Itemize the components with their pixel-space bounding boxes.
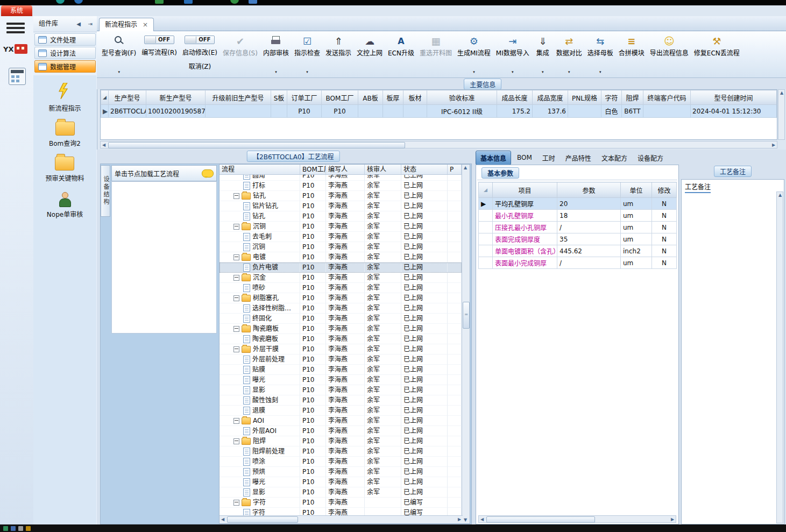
process-row[interactable]: 圆角P10李海燕余军已上网	[219, 175, 462, 181]
node-list-panel[interactable]	[111, 181, 217, 334]
process-row[interactable]: 树脂塞孔P10李海燕余军已上网	[219, 293, 462, 303]
process-row[interactable]: 显影P10李海燕余军已上网	[219, 385, 462, 395]
main-grid-hscroll[interactable]: ◀ ▶	[100, 141, 777, 148]
column-header[interactable]: 型号创建时间	[691, 90, 777, 105]
toolbar-button[interactable]: ⚙生成MI流程▾	[455, 33, 493, 75]
sidebar-tool[interactable]: 新流程指示	[48, 83, 81, 112]
process-row[interactable]: 终固化P10李海燕余军已上网	[219, 314, 462, 324]
collapse-icon[interactable]	[233, 500, 239, 506]
column-header[interactable]: 生产型号	[109, 90, 146, 105]
dropdown-caret-icon[interactable]: ▾	[599, 70, 601, 74]
tree-column-header[interactable]: 编写人	[326, 165, 365, 174]
tab-close-icon[interactable]: ×	[143, 21, 148, 29]
collapse-icon[interactable]	[233, 224, 239, 230]
tree-column-header[interactable]: 核审人	[365, 165, 401, 174]
collapse-icon[interactable]	[233, 346, 239, 352]
toolbar-sub-button[interactable]: 取消(Z)	[189, 61, 211, 70]
tree-column-header[interactable]: 状态	[401, 165, 448, 174]
params-row[interactable]: 最小孔壁铜厚18umN	[479, 210, 677, 222]
dropdown-caret-icon[interactable]: ▾	[118, 70, 120, 74]
scroll-right-icon[interactable]: ▶	[669, 516, 676, 523]
scroll-up-icon[interactable]: ▲	[778, 90, 785, 96]
params-row[interactable]: 表面最小完成铜厚/umN	[479, 257, 677, 269]
toolbar-button[interactable]: AECN升级	[385, 33, 417, 75]
process-row[interactable]: 外层AOIP10李海燕余军已上网	[219, 426, 462, 436]
remarks-content[interactable]	[684, 194, 774, 522]
device-structure-tab[interactable]: 设备结构	[101, 165, 110, 217]
remarks-tab[interactable]: 工艺备注	[685, 182, 711, 193]
process-row[interactable]: 选择性树脂…P10李海燕余军已上网	[219, 303, 462, 314]
column-header[interactable]: 验收标准	[427, 90, 497, 105]
table-row[interactable]: ▶2B6TTOCLA010010200190587P10P10IPC-6012 …	[101, 105, 777, 118]
column-header[interactable]: 升级前旧生产型号	[206, 90, 271, 105]
process-row[interactable]: 铝片钻孔P10李海燕余军已上网	[219, 201, 462, 211]
tree-column-header[interactable]: 流程	[219, 165, 300, 174]
titlebar-icon[interactable]	[155, 0, 164, 4]
system-menu-tab[interactable]: 系统	[1, 5, 32, 16]
process-row[interactable]: 退膜P10李海燕余军已上网	[219, 406, 462, 416]
hscroll-thumb[interactable]	[227, 516, 298, 523]
detail-tab[interactable]: 工时	[538, 151, 560, 165]
remarks-vscroll[interactable]: ▲	[776, 191, 783, 523]
toolbar-button[interactable]: ✔保存信息(S)	[220, 33, 260, 75]
toolbar-button[interactable]: OFF启动修改(E)取消(Z)	[180, 33, 220, 75]
dropdown-caret-icon[interactable]: ▾	[473, 70, 475, 74]
titlebar-icon[interactable]	[74, 0, 83, 4]
detail-tab[interactable]: 基本信息	[476, 151, 511, 165]
toolbar-button[interactable]: ⇑发送指示	[323, 33, 354, 75]
sidebar-tool[interactable]: 预审关键物料	[45, 157, 84, 182]
process-row[interactable]: 酸性蚀刻P10李海燕余军已上网	[219, 395, 462, 406]
dropdown-caret-icon[interactable]: ▾	[275, 70, 277, 74]
process-row[interactable]: 沉铜P10李海燕余军已上网	[219, 222, 462, 232]
toolbar-button[interactable]: ☁文控上网	[354, 33, 385, 75]
sidebar-tool[interactable]: Bom查询2	[49, 122, 81, 147]
taskbar-icon[interactable]	[3, 526, 8, 531]
toolbar-button[interactable]: ▦重选开料图	[417, 33, 455, 75]
titlebar-icon[interactable]	[184, 0, 193, 4]
params-row[interactable]: 单面电镀面积（含孔）445.62inch2N	[479, 245, 677, 257]
dock-icon[interactable]: ⇥	[88, 16, 93, 32]
scroll-up-icon[interactable]: ▲	[777, 192, 783, 198]
detail-hscroll[interactable]: ◀ ▶	[478, 515, 676, 523]
toolbar-button[interactable]: ⇥MI数据导入▾	[493, 33, 532, 75]
load-hint-bar[interactable]: 单击节点加载工艺流程	[111, 165, 217, 181]
params-row[interactable]: 压接孔最小孔铜厚/umN	[479, 222, 677, 233]
scroll-right-icon[interactable]: ▶	[770, 142, 777, 148]
params-column-header[interactable]: 参数	[557, 182, 621, 198]
collapse-icon[interactable]	[233, 254, 239, 260]
hscroll-thumb[interactable]	[108, 142, 405, 148]
column-header[interactable]: 阻焊	[622, 90, 643, 105]
process-row[interactable]: 去毛刺P10李海燕余军已上网	[219, 232, 462, 242]
scroll-left-icon[interactable]: ◀	[101, 142, 107, 148]
tree-column-header[interactable]: P	[448, 165, 462, 174]
column-header[interactable]: 订单工厂	[287, 90, 322, 105]
toolbar-button[interactable]: 内部审核▾	[260, 33, 292, 75]
process-row[interactable]: 喷涂P10李海燕余军已上网	[219, 457, 462, 467]
scroll-left-icon[interactable]: ◀	[479, 516, 485, 523]
process-row[interactable]: 负片电镀P10李海燕余军已上网	[219, 263, 462, 273]
tree-hscroll[interactable]: ◀ ▶	[219, 515, 463, 523]
params-row[interactable]: ▶平均孔壁铜厚20umN	[479, 198, 677, 210]
column-header[interactable]: S板	[271, 90, 287, 105]
titlebar-icon[interactable]	[56, 0, 65, 4]
scroll-right-icon[interactable]: ▶	[456, 516, 463, 523]
process-row[interactable]: 外层前处理P10李海燕余军已上网	[219, 354, 462, 365]
toolbar-button[interactable]: ⇓集成▾	[532, 33, 554, 75]
collapse-icon[interactable]	[233, 326, 239, 332]
toolbar-button[interactable]: ≡合拼模块	[616, 33, 647, 75]
detail-tab[interactable]: 产品特性	[561, 151, 596, 165]
collapse-left-icon[interactable]: ◀	[76, 16, 81, 32]
collapse-icon[interactable]	[233, 295, 239, 301]
column-header[interactable]: 新生产型号	[146, 90, 206, 105]
process-row[interactable]: 沉金P10李海燕余军已上网	[219, 273, 462, 283]
taskbar-icon[interactable]	[26, 526, 31, 531]
column-header[interactable]: 板厚	[383, 90, 403, 105]
toolbar-button[interactable]: 型号查询(F)▾	[99, 33, 139, 75]
process-row[interactable]: 曝光P10李海燕余军已上网	[219, 375, 462, 385]
dropdown-caret-icon[interactable]: ▾	[512, 70, 514, 74]
toolbar-button[interactable]: ☺导出流程信息	[647, 33, 691, 75]
column-header[interactable]: AB板	[358, 90, 383, 105]
detail-tab[interactable]: 文本配方	[597, 151, 632, 165]
params-column-header[interactable]: 修改	[652, 182, 677, 198]
tab-new-process-instruction[interactable]: 新流程指示×	[99, 18, 154, 32]
